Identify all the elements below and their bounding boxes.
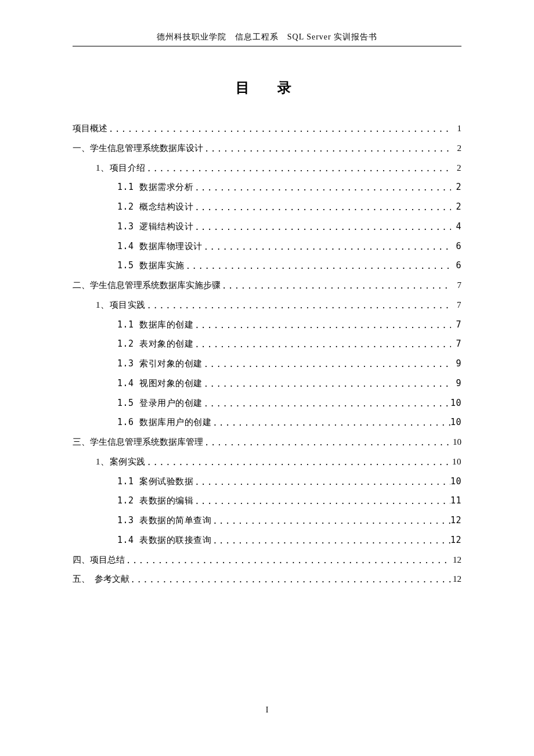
toc-leader-dots — [185, 257, 451, 276]
toc-entry-page: 10 — [450, 394, 461, 413]
toc-row: 1.4 视图对象的创建9 — [73, 374, 461, 394]
toc-row: 五、 参考文献12 — [73, 570, 461, 589]
toc-leader-dots — [203, 375, 451, 394]
toc-entry-label: 1.1 数据需求分析 — [117, 178, 193, 197]
toc-leader-dots — [193, 492, 450, 511]
toc-row: 1、案例实践10 — [73, 452, 461, 472]
toc-entry-label: 1、项目实践 — [96, 296, 146, 315]
page-number: I — [0, 705, 534, 715]
toc-entry-label: 1.5 数据库实施 — [117, 256, 185, 276]
toc-leader-dots — [125, 552, 451, 570]
toc-entry-page: 12 — [451, 550, 461, 570]
toc-row: 四、项目总结12 — [73, 550, 461, 570]
toc-row: 1.1 数据库的创建7 — [73, 315, 461, 335]
toc-entry-page: 12 — [451, 570, 461, 589]
toc-entry-label: 1.1 案例试验数据 — [117, 472, 193, 492]
toc-leader-dots — [211, 414, 450, 433]
toc-entry-label: 1.5 登录用户的创建 — [117, 394, 203, 413]
toc-entry-label: 1.6 数据库用户的创建 — [117, 413, 211, 433]
toc-entry-label: 二、学生信息管理系统数据库实施步骤 — [73, 276, 221, 296]
toc-entry-page: 7 — [451, 296, 461, 315]
toc-leader-dots — [129, 571, 452, 589]
toc-leader-dots — [107, 120, 451, 139]
toc-leader-dots — [203, 238, 451, 257]
toc-leader-dots — [203, 140, 451, 159]
toc-leader-dots — [203, 395, 450, 413]
toc-leader-dots — [146, 160, 452, 178]
toc-leader-dots — [203, 434, 451, 452]
toc-row: 项目概述1 — [73, 119, 461, 139]
toc-row: 1、项目实践7 — [73, 296, 461, 315]
toc-entry-label: 1.2 概念结构设计 — [117, 197, 193, 217]
toc-entry-label: 三、学生信息管理系统数据库管理 — [73, 433, 203, 452]
toc-entry-page: 10 — [451, 452, 461, 472]
toc-leader-dots — [146, 453, 452, 472]
toc-row: 1、项目介绍2 — [73, 159, 461, 178]
toc-row: 1.6 数据库用户的创建10 — [73, 413, 461, 433]
toc-entry-label: 1、案例实践 — [96, 452, 146, 472]
toc-entry-label: 四、项目总结 — [73, 550, 125, 570]
toc-entry-page: 10 — [450, 472, 461, 492]
toc-leader-dots — [193, 316, 451, 335]
toc-entry-page: 9 — [451, 374, 461, 394]
toc-entry-label: 1.3 逻辑结构设计 — [117, 217, 193, 237]
toc-entry-label: 1.4 数据库物理设计 — [117, 237, 203, 257]
toc-row: 二、学生信息管理系统数据库实施步骤7 — [73, 276, 461, 296]
toc-entry-page: 10 — [451, 433, 461, 452]
toc-row: 1.2 表对象的创建7 — [73, 334, 461, 354]
toc-entry-label: 项目概述 — [73, 119, 107, 139]
toc-entry-label: 1.2 表对象的创建 — [117, 334, 193, 354]
toc-entry-label: 1.4 视图对象的创建 — [117, 374, 203, 394]
toc-row: 1.5 数据库实施6 — [73, 256, 461, 276]
toc-leader-dots — [211, 512, 450, 531]
toc-entry-page: 4 — [451, 217, 461, 237]
toc-leader-dots — [211, 532, 450, 550]
toc-entry-page: 7 — [451, 315, 461, 335]
toc-row: 1.5 登录用户的创建10 — [73, 394, 461, 413]
toc-entry-page: 12 — [450, 531, 461, 550]
toc-row: 1.1 数据需求分析2 — [73, 178, 461, 197]
toc-leader-dots — [193, 199, 451, 217]
toc-row: 1.2 概念结构设计2 — [73, 197, 461, 217]
toc-entry-page: 11 — [450, 491, 461, 511]
toc-leader-dots — [221, 277, 451, 296]
toc-entry-page: 6 — [451, 256, 461, 276]
toc-entry-page: 12 — [450, 511, 461, 531]
toc-entry-label: 1.2 表数据的编辑 — [117, 491, 193, 511]
toc-row: 1.4 表数据的联接查询12 — [73, 531, 461, 550]
toc-leader-dots — [193, 179, 451, 197]
toc-entry-label: 五、 参考文献 — [73, 570, 129, 589]
toc-entry-page: 2 — [451, 159, 461, 178]
toc-row: 1.3 表数据的简单查询12 — [73, 511, 461, 531]
toc-row: 1.3 逻辑结构设计4 — [73, 217, 461, 237]
toc-leader-dots — [146, 297, 452, 315]
toc-row: 三、学生信息管理系统数据库管理10 — [73, 433, 461, 452]
toc-leader-dots — [193, 336, 451, 354]
toc-entry-page: 6 — [451, 237, 461, 257]
toc-leader-dots — [193, 218, 451, 237]
toc-entry-page: 9 — [451, 354, 461, 374]
toc-entry-page: 2 — [451, 197, 461, 217]
toc-entry-page: 10 — [450, 413, 461, 433]
toc-row: 一、学生信息管理系统数据库设计2 — [73, 139, 461, 159]
toc-entry-label: 一、学生信息管理系统数据库设计 — [73, 139, 203, 159]
toc-entry-label: 1.4 表数据的联接查询 — [117, 531, 211, 550]
toc-entry-page: 7 — [451, 334, 461, 354]
toc-entry-label: 1、项目介绍 — [96, 159, 146, 178]
toc-leader-dots — [193, 473, 450, 492]
toc-entry-page: 7 — [451, 276, 461, 296]
toc-entry-label: 1.3 索引对象的创建 — [117, 354, 203, 374]
toc-leader-dots — [203, 355, 451, 374]
toc-row: 1.4 数据库物理设计6 — [73, 237, 461, 257]
toc-row: 1.1 案例试验数据10 — [73, 472, 461, 492]
toc-entry-page: 1 — [451, 119, 461, 139]
table-of-contents: 项目概述1一、学生信息管理系统数据库设计21、项目介绍21.1 数据需求分析21… — [73, 119, 461, 589]
toc-entry-page: 2 — [451, 178, 461, 197]
toc-title: 目 录 — [73, 78, 461, 97]
toc-entry-page: 2 — [451, 139, 461, 159]
toc-row: 1.2 表数据的编辑11 — [73, 491, 461, 511]
toc-row: 1.3 索引对象的创建9 — [73, 354, 461, 374]
toc-entry-label: 1.3 表数据的简单查询 — [117, 511, 211, 531]
page-header: 德州科技职业学院 信息工程系 SQL Server 实训报告书 — [73, 32, 461, 46]
toc-entry-label: 1.1 数据库的创建 — [117, 315, 193, 335]
